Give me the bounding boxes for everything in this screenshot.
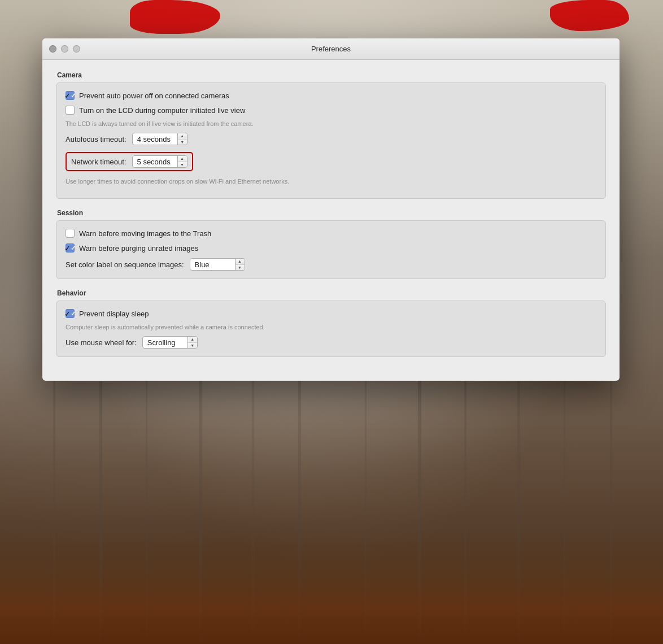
autofocus-stepper-down[interactable]: ▼ — [178, 140, 187, 145]
network-timeout-value: 5 seconds — [133, 156, 178, 167]
color-label-row: Set color label on sequence images: Blue… — [66, 258, 596, 271]
maximize-button[interactable] — [73, 45, 80, 53]
camera-section-box: ✓ Prevent auto power off on connected ca… — [56, 82, 606, 199]
behavior-section-label: Behavior — [57, 289, 606, 297]
lcd-hint: The LCD is always turned on if live view… — [66, 120, 596, 127]
turn-on-lcd-row: Turn on the LCD during computer initiate… — [66, 106, 596, 115]
mouse-wheel-down[interactable]: ▼ — [188, 343, 197, 349]
mouse-wheel-value: Scrolling — [143, 337, 188, 348]
prevent-poweroff-checkbox[interactable]: ✓ — [66, 91, 75, 100]
session-section-box: Warn before moving images to the Trash ✓… — [56, 220, 606, 279]
prevent-poweroff-row: ✓ Prevent auto power off on connected ca… — [66, 91, 596, 100]
window-controls — [49, 45, 80, 53]
prevent-sleep-checkbox[interactable]: ✓ — [66, 309, 75, 318]
sleep-hint: Computer sleep is automatically prevente… — [66, 324, 596, 330]
warn-purge-row: ✓ Warn before purging unrated images — [66, 243, 596, 253]
window-title: Preferences — [311, 45, 351, 53]
color-label-arrows: ▲ ▼ — [235, 259, 245, 270]
network-timeout-row: Network timeout: 5 seconds ▲ ▼ — [66, 151, 596, 172]
network-timeout-label: Network timeout: — [71, 158, 127, 166]
autofocus-timeout-value: 4 seconds — [133, 133, 178, 145]
warn-trash-checkbox[interactable] — [66, 229, 75, 238]
color-label-select[interactable]: Blue ▲ ▼ — [190, 258, 245, 271]
autofocus-timeout-row: Autofocus timeout: 4 seconds ▲ ▼ — [66, 133, 596, 145]
autofocus-stepper-up[interactable]: ▲ — [178, 133, 187, 140]
close-button[interactable] — [49, 45, 56, 53]
behavior-section-box: ✓ Prevent display sleep Computer sleep i… — [56, 301, 606, 357]
mouse-wheel-up[interactable]: ▲ — [188, 337, 197, 343]
titlebar: Preferences — [42, 38, 620, 60]
splatter-left — [130, 0, 220, 34]
leaves-ground — [0, 531, 663, 644]
network-hint: Use longer times to avoid connection dro… — [66, 178, 596, 185]
warn-purge-checkbox[interactable]: ✓ — [66, 243, 75, 253]
session-section-label: Session — [57, 209, 606, 217]
autofocus-stepper-arrows: ▲ ▼ — [178, 133, 187, 145]
mouse-wheel-label: Use mouse wheel for: — [66, 338, 137, 347]
splatter-right — [550, 0, 629, 31]
color-label-up[interactable]: ▲ — [235, 259, 245, 265]
mouse-wheel-arrows: ▲ ▼ — [188, 337, 197, 348]
minimize-button[interactable] — [61, 45, 68, 53]
network-stepper-down[interactable]: ▼ — [178, 162, 187, 168]
checkmark-icon-3: ✓ — [64, 310, 71, 318]
mouse-wheel-select[interactable]: Scrolling ▲ ▼ — [142, 336, 198, 349]
prevent-poweroff-label: Prevent auto power off on connected came… — [79, 92, 229, 100]
preferences-window: Preferences Camera ✓ Prevent auto power … — [42, 38, 620, 381]
turn-on-lcd-checkbox[interactable] — [66, 106, 75, 115]
network-timeout-highlight: Network timeout: 5 seconds ▲ ▼ — [66, 152, 193, 171]
autofocus-timeout-stepper[interactable]: 4 seconds ▲ ▼ — [132, 133, 187, 145]
network-stepper-arrows: ▲ ▼ — [178, 156, 187, 167]
checkmark-icon-2: ✓ — [64, 244, 71, 253]
prevent-sleep-row: ✓ Prevent display sleep — [66, 309, 596, 318]
mouse-wheel-row: Use mouse wheel for: Scrolling ▲ ▼ — [66, 336, 596, 349]
turn-on-lcd-label: Turn on the LCD during computer initiate… — [79, 106, 245, 115]
camera-section-label: Camera — [57, 71, 606, 79]
warn-trash-row: Warn before moving images to the Trash — [66, 229, 596, 238]
network-stepper-up[interactable]: ▲ — [178, 156, 187, 162]
preferences-content: Camera ✓ Prevent auto power off on conne… — [42, 60, 620, 381]
autofocus-timeout-label: Autofocus timeout: — [66, 135, 127, 143]
network-timeout-stepper[interactable]: 5 seconds ▲ ▼ — [132, 155, 187, 168]
color-label-label: Set color label on sequence images: — [66, 260, 184, 269]
color-label-down[interactable]: ▼ — [235, 265, 245, 271]
warn-trash-label: Warn before moving images to the Trash — [79, 229, 211, 238]
color-label-value: Blue — [190, 259, 235, 270]
prevent-sleep-label: Prevent display sleep — [79, 310, 149, 318]
warn-purge-label: Warn before purging unrated images — [79, 244, 198, 253]
checkmark-icon: ✓ — [64, 92, 71, 100]
